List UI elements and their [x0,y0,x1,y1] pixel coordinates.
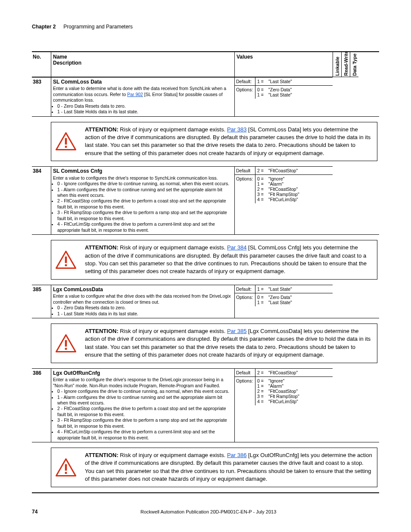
page-header: Chapter 2 Programming and Parameters [32,24,379,30]
param-name-cell: Lgx CommLossData Enter a value to config… [51,285,234,318]
value-option: 1 ="Alarm" [257,383,331,389]
default-label: Default [235,167,255,174]
col-linkable: Linkable [333,52,341,77]
list-item: 2 - FltCoastStop configures the drive to… [57,406,233,417]
param-bullets: 0 - Zero Data Resets data to zero.1 - La… [53,103,233,115]
param-bullets: 0 - Ignore configures the drive to conti… [53,181,233,233]
value-option: 2 ="FltCoastStop" [257,168,331,173]
param-link[interactable]: Par 902 [127,92,143,97]
value-option: 3 ="Flt RampStop" [257,394,331,399]
param-name-cell: SL CommLoss Data Enter a value to determ… [51,77,234,116]
param-description: Enter a value to configure the drive's r… [53,377,223,388]
page-footer: 74 Rockwell Automation Publication 20D-P… [32,509,379,515]
attention-label: ATTENTION: [85,244,118,251]
warning-icon [56,334,76,352]
param-values-cell: Default: 1 ="Last State" Options: 0 ="Ze… [234,285,333,318]
param-name-cell: Lgx OutOfRunCnfg Enter a value to config… [51,368,234,442]
attention-label: ATTENTION: [85,126,118,133]
param-name: SL CommLoss Data [53,79,233,85]
list-item: 1 - Last State Holds data in its last st… [57,311,233,317]
list-item: 1 - Alarm configures the drive to contin… [57,395,233,406]
table-row: 384 SL CommLoss Cnfg Enter a value to co… [32,166,379,234]
value-option: 1 ="Last State" [257,92,331,97]
param-link[interactable]: Par 385 [227,328,247,334]
attention-box: ATTENTION: Risk of injury or equipment d… [51,122,377,162]
col-values: Values [234,52,333,77]
param-name: Lgx OutOfRunCnfg [53,370,233,376]
param-values-cell: Default: 1 ="Last State" Options: 0 ="Ze… [234,77,333,116]
param-values-cell: Default 2 ="FltCoastStop" Options: 0 ="I… [234,368,333,442]
param-number: 385 [32,285,51,318]
table-row: 383 SL CommLoss Data Enter a value to de… [32,77,379,116]
default-value: 2 ="FltCoastStop" [255,369,333,376]
options-label: Options: [235,293,255,306]
warning-icon [56,132,76,150]
col-flags: Linkable Read-Write Data Type [333,52,358,77]
attention-row: ATTENTION: Risk of injury or equipment d… [32,234,379,285]
warning-icon [56,251,76,269]
list-item: 3 - Flt RampStop configures the drive to… [57,210,233,221]
attention-box: ATTENTION: Risk of injury or equipment d… [51,324,377,363]
col-datatype: Data Type [350,52,358,77]
attention-box: ATTENTION: Risk of injury or equipment d… [51,240,377,280]
chapter-title: Programming and Parameters [63,24,133,30]
default-value: 1 ="Last State" [255,285,333,293]
param-description: Enter a value to determine what is done … [53,86,226,103]
param-description: Enter a value to configure what the driv… [53,293,231,304]
attention-text: ATTENTION: Risk of injury or equipment d… [85,451,373,483]
options-values: 0 ="Zero Data"1 ="Last State" [255,85,333,99]
list-item: 4 - FltCurLimStp configures the drive to… [57,221,233,233]
publication-info: Rockwell Automation Publication 20D-PM00… [37,509,379,514]
list-item: 2 - FltCoastStop configures the drive to… [57,198,233,210]
value-option: 4 ="FltCurLimStp" [257,399,331,404]
list-item: 1 - Last State Holds data in its last st… [57,109,233,115]
value-option: 3 ="Flt RampStop" [257,192,331,197]
attention-text: ATTENTION: Risk of injury or equipment d… [85,244,373,276]
options-values: 0 ="Ignore"1 ="Alarm"2 ="FltCoastStop"3 … [255,376,333,405]
default-value: 2 ="FltCoastStop" [255,167,333,174]
parameter-table: No. Name Description Values Linkable Rea… [32,51,379,493]
table-header-row: No. Name Description Values Linkable Rea… [32,52,379,77]
options-values: 0 ="Zero Data"1 ="Last State" [255,293,333,306]
value-option: 1 ="Last State" [257,286,331,292]
value-option: 4 ="FltCurLimStp" [257,197,331,202]
default-label: Default: [235,285,255,293]
list-item: 0 - Ignore configures the drive to conti… [57,389,233,394]
value-option: 1 ="Alarm" [257,181,331,187]
list-item: 0 - Ignore configures the drive to conti… [57,181,233,187]
attention-row: ATTENTION: Risk of injury or equipment d… [32,442,379,492]
default-value: 1 ="Last State" [255,78,333,85]
param-name: Lgx CommLossData [53,286,233,293]
param-link[interactable]: Par 386 [227,452,247,458]
col-name-line2: Description [53,60,233,66]
list-item: 3 - Flt RampStop configures the drive to… [57,417,233,429]
attention-row: ATTENTION: Risk of injury or equipment d… [32,318,379,368]
value-option: 2 ="FltCoastStop" [257,389,331,394]
default-label: Default [235,369,255,376]
value-option: 2 ="FltCoastStop" [257,187,331,192]
value-option: 0 ="Zero Data" [257,295,331,300]
value-option: 1 ="Last State" [257,79,331,84]
options-label: Options: [235,376,255,405]
param-bullets: 0 - Ignore configures the drive to conti… [53,389,233,441]
param-link[interactable]: Par 383 [227,126,247,133]
options-values: 0 ="Ignore"1 ="Alarm"2 ="FltCoastStop"3 … [255,174,333,203]
list-item: 0 - Zero Data Resets data to zero. [57,103,233,109]
col-readwrite: Read-Write [341,52,350,77]
list-item: 1 - Alarm configures the drive to contin… [57,187,233,199]
attention-text: ATTENTION: Risk of injury or equipment d… [85,327,373,359]
param-values-cell: Default 2 ="FltCoastStop" Options: 0 ="I… [234,166,333,234]
table-row: 385 Lgx CommLossData Enter a value to co… [32,285,379,318]
options-label: Options: [235,85,255,99]
warning-icon [56,458,76,476]
default-label: Default: [235,78,255,85]
param-name-cell: SL CommLoss Cnfg Enter a value to config… [51,166,234,234]
param-number: 384 [32,166,51,234]
list-item: 4 - FltCurLimStp configures the drive to… [57,429,233,441]
attention-row: ATTENTION: Risk of injury or equipment d… [32,116,379,167]
attention-label: ATTENTION: [85,452,118,458]
param-link[interactable]: Par 384 [227,244,247,251]
table-row: 386 Lgx OutOfRunCnfg Enter a value to co… [32,368,379,442]
col-no: No. [32,52,51,77]
options-label: Options: [235,174,255,203]
